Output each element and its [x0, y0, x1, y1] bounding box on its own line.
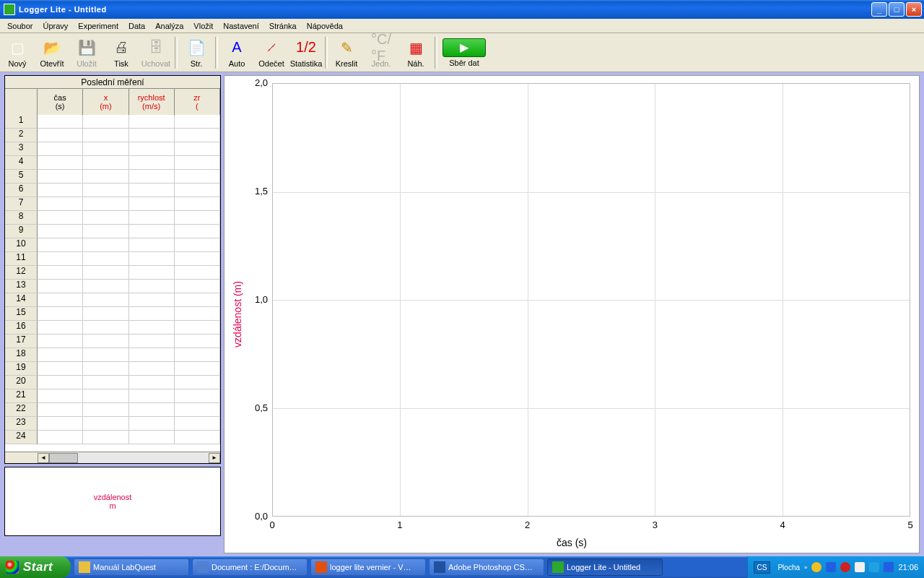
y-tick: 0,5: [255, 402, 268, 413]
save-button[interactable]: 💾Uložit: [69, 35, 104, 71]
collect-button[interactable]: ▶Sběr dat: [439, 35, 489, 71]
stats-button[interactable]: 1/2Statistika: [289, 35, 323, 71]
column-header[interactable]: rychlost(m/s): [129, 89, 175, 115]
column-header[interactable]: x(m): [83, 89, 128, 115]
file-button[interactable]: ▢Nový: [0, 35, 35, 71]
units-icon: °C/°F: [371, 38, 391, 58]
column-header[interactable]: zr(: [175, 89, 220, 115]
autoscale-button[interactable]: AAuto: [219, 35, 254, 71]
x-axis-label[interactable]: čas (s): [557, 537, 587, 548]
table-row[interactable]: 9: [5, 225, 220, 238]
examine-button[interactable]: ⟋Odečet: [254, 35, 289, 71]
task-icon: [79, 561, 90, 573]
table-row[interactable]: 5: [5, 170, 220, 184]
clock[interactable]: 21:06: [898, 563, 918, 571]
table-row[interactable]: 6: [5, 184, 220, 197]
collect-label: Sběr dat: [449, 59, 479, 67]
data-table[interactable]: Poslední měření čas(s)x(m)rychlost(m/s)z…: [4, 75, 221, 464]
tray-icon[interactable]: [840, 562, 850, 572]
tray-icon[interactable]: [869, 562, 879, 572]
table-row[interactable]: 15: [5, 307, 220, 321]
menu-data[interactable]: Data: [124, 20, 149, 32]
y-axis-label[interactable]: vzdálenost (m): [232, 281, 243, 348]
scroll-left-button[interactable]: ◄: [38, 453, 49, 463]
table-row[interactable]: 10: [5, 238, 220, 252]
system-tray[interactable]: CS Plocha » 21:06: [747, 556, 924, 578]
tray-icon[interactable]: [884, 562, 894, 572]
file-icon: ▢: [7, 38, 27, 58]
x-tick: 3: [653, 519, 658, 530]
table-row[interactable]: 8: [5, 211, 220, 225]
column-header[interactable]: čas(s): [38, 89, 83, 115]
preview-icon: ▦: [406, 38, 426, 58]
menubar: SouborÚpravyExperimentDataAnalýzaVložitN…: [0, 19, 924, 33]
readout-panel[interactable]: vzdálenost m: [4, 467, 221, 536]
table-row[interactable]: 23: [5, 417, 220, 431]
table-horizontal-scrollbar[interactable]: ◄ ►: [5, 452, 220, 463]
table-row[interactable]: 22: [5, 403, 220, 417]
menu-nastavení[interactable]: Nastavení: [219, 20, 263, 32]
desktop-label[interactable]: Plocha: [777, 564, 800, 571]
table-row[interactable]: 14: [5, 293, 220, 307]
table-row[interactable]: 1: [5, 115, 220, 129]
plot-region[interactable]: [272, 83, 910, 517]
store-icon: 🗄: [146, 38, 166, 58]
window-title: Logger Lite - Untitled: [19, 5, 107, 14]
taskbar-button[interactable]: Manuál LabQuest: [74, 558, 189, 576]
tray-icon[interactable]: [826, 562, 836, 572]
table-row[interactable]: 13: [5, 280, 220, 293]
menu-úpravy[interactable]: Úpravy: [38, 20, 72, 32]
taskbar-button[interactable]: Adobe Photoshop CS…: [429, 558, 544, 576]
table-row[interactable]: 2: [5, 129, 220, 142]
print-button[interactable]: 🖨Tisk: [104, 35, 139, 71]
taskbar-button[interactable]: Logger Lite - Untitled: [547, 558, 663, 576]
page-button[interactable]: 📄Str.: [179, 35, 214, 71]
menu-analýza[interactable]: Analýza: [151, 20, 188, 32]
menu-stránka[interactable]: Stránka: [265, 20, 301, 32]
tray-icon[interactable]: [855, 562, 865, 572]
preview-button[interactable]: ▦Náh.: [398, 35, 433, 71]
scroll-thumb[interactable]: [49, 453, 78, 463]
table-row[interactable]: 7: [5, 197, 220, 211]
menu-vložit[interactable]: Vložit: [189, 20, 217, 32]
table-row[interactable]: 4: [5, 156, 220, 170]
table-row[interactable]: 17: [5, 335, 220, 348]
table-row[interactable]: 24: [5, 431, 220, 444]
scroll-right-button[interactable]: ►: [209, 453, 220, 463]
tray-icon[interactable]: [811, 562, 821, 572]
table-row[interactable]: 16: [5, 321, 220, 335]
x-tick: 4: [780, 519, 785, 530]
toolbar-label: Tisk: [114, 59, 128, 68]
menu-experiment[interactable]: Experiment: [74, 20, 123, 32]
table-row[interactable]: 21: [5, 389, 220, 403]
taskbar-button[interactable]: Document : E:/Docum…: [192, 558, 308, 576]
stats-icon: 1/2: [296, 38, 316, 58]
table-row[interactable]: 3: [5, 142, 220, 156]
task-icon: [197, 561, 209, 573]
language-indicator[interactable]: CS: [754, 561, 771, 574]
table-row[interactable]: 19: [5, 362, 220, 376]
task-label: Adobe Photoshop CS…: [448, 563, 533, 571]
close-button[interactable]: ×: [906, 2, 922, 17]
toolbar-label: Otevřít: [40, 59, 64, 68]
y-tick: 1,5: [255, 186, 268, 197]
toolbar-label: Uložit: [77, 59, 97, 68]
menu-soubor[interactable]: Soubor: [3, 20, 37, 32]
minimize-button[interactable]: _: [871, 2, 887, 17]
x-tick: 5: [907, 519, 912, 530]
task-label: Logger Lite - Untitled: [567, 563, 640, 571]
open-button[interactable]: 📂Otevřít: [35, 35, 69, 71]
draw-button[interactable]: ✎Kreslit: [329, 35, 364, 71]
store-button[interactable]: 🗄Uchovat: [139, 35, 173, 71]
table-row[interactable]: 20: [5, 376, 220, 389]
start-button[interactable]: Start: [0, 556, 71, 578]
y-tick: 1,0: [255, 294, 268, 305]
taskbar-button[interactable]: logger lite vernier - V…: [310, 558, 426, 576]
maximize-button[interactable]: □: [889, 2, 905, 17]
table-row[interactable]: 11: [5, 252, 220, 266]
units-button[interactable]: °C/°FJedn.: [364, 35, 398, 71]
table-row[interactable]: 18: [5, 348, 220, 362]
chart-area[interactable]: vzdálenost (m) 0,00,51,01,52,0 012345 ča…: [224, 75, 920, 553]
menu-nápověda[interactable]: Nápověda: [302, 20, 347, 32]
table-row[interactable]: 12: [5, 266, 220, 280]
